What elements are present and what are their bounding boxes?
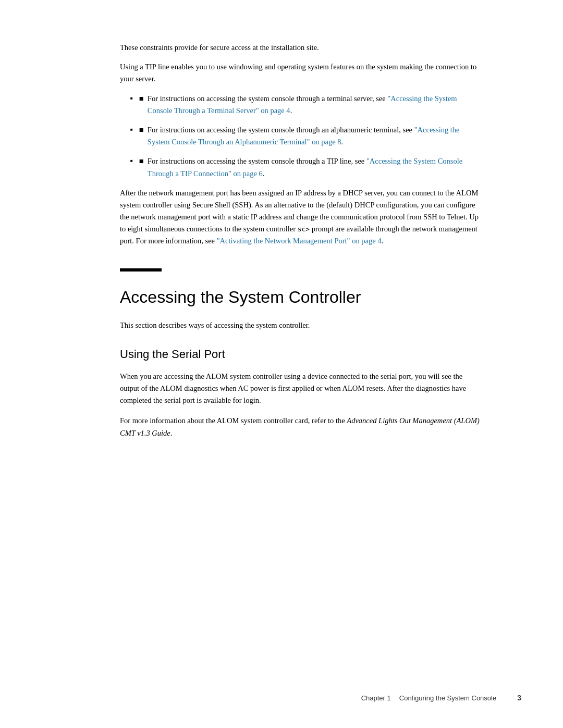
serial-port-section-title: Using the Serial Port [120, 347, 480, 362]
intro-paragraph-1: These constraints provide for secure acc… [120, 42, 480, 54]
serial-port-paragraph-2: For more information about the ALOM syst… [120, 415, 480, 439]
list-item: ■ For instructions on accessing the syst… [130, 93, 480, 117]
serial-port-paragraph-1: When you are accessing the ALOM system c… [120, 371, 480, 407]
list-item: ■ For instructions on accessing the syst… [130, 124, 480, 148]
chapter-title: Accessing the System Controller [120, 287, 480, 307]
page-content: These constraints provide for secure acc… [0, 0, 563, 728]
list-item: ■ For instructions on accessing the syst… [130, 155, 480, 179]
chapter-intro: This section describes ways of accessing… [120, 319, 480, 331]
footer-page-number: 3 [517, 694, 521, 702]
dhcp-paragraph: After the network management port has be… [120, 187, 480, 248]
page-footer: Chapter 1 Configuring the System Console… [0, 694, 563, 702]
footer-title: Configuring the System Console [399, 694, 496, 702]
bullet-text-3: For instructions on accessing the system… [148, 155, 480, 179]
intro-paragraph-2: Using a TIP line enables you to use wind… [120, 61, 480, 85]
sc-prompt-code: sc> [298, 225, 310, 233]
bullet-list: ■ For instructions on accessing the syst… [130, 93, 480, 180]
footer-chapter: Chapter 1 [361, 694, 391, 702]
bullet-marker: ■ [139, 124, 148, 136]
bullet-marker: ■ [139, 93, 148, 105]
bullet-text-2: For instructions on accessing the system… [148, 124, 480, 148]
activating-network-link[interactable]: "Activating the Network Management Port"… [217, 237, 382, 245]
section-divider [120, 268, 162, 272]
bullet-text-1: For instructions on accessing the system… [148, 93, 480, 117]
bullet-marker: ■ [139, 155, 148, 167]
